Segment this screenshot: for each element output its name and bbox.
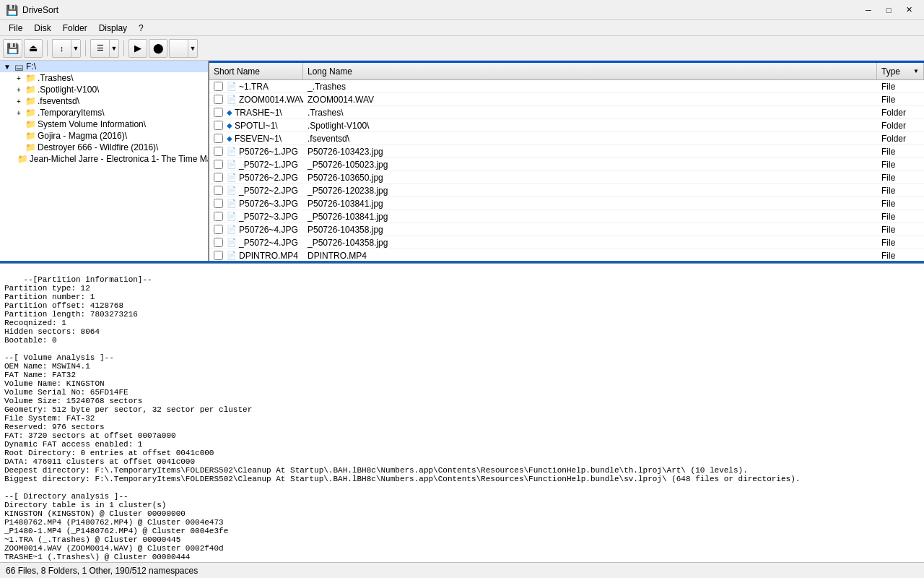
- toolbar-sep-1: [47, 40, 48, 56]
- tree-expand-tempitems[interactable]: +: [13, 109, 25, 117]
- file-checkbox[interactable]: [214, 251, 223, 260]
- type-text: File: [877, 173, 924, 183]
- table-row[interactable]: 📄_P5072~1.JPG_P50726-105023.jpgFile: [209, 158, 924, 171]
- menu-disk[interactable]: Disk: [28, 22, 56, 35]
- file-checkbox[interactable]: [214, 147, 223, 156]
- toolbar-run-more-arrow[interactable]: ▼: [188, 39, 198, 58]
- file-type-icon: 📄: [227, 95, 237, 104]
- tree-item-root[interactable]: ▼ 🖴 F:\: [0, 61, 208, 72]
- tree-expand-trashes[interactable]: +: [13, 74, 25, 82]
- tree-item-tempitems[interactable]: + 📁 .TemporaryItems\: [0, 107, 208, 118]
- tree-label-destroyer: Destroyer 666 - Wildfire (2016)\: [38, 142, 158, 152]
- menu-file[interactable]: File: [3, 22, 28, 35]
- short-name-text: FSEVEN~1\: [235, 134, 282, 144]
- file-checkbox[interactable]: [214, 160, 223, 169]
- file-checkbox[interactable]: [214, 134, 223, 143]
- table-row[interactable]: 📄_P5072~2.JPG_P50726-120238.jpgFile: [209, 184, 924, 197]
- console-text: --[Partition information]-- Partition ty…: [4, 275, 800, 562]
- long-name-text: _P50726-105023.jpg: [303, 160, 877, 170]
- close-button[interactable]: ✕: [899, 3, 918, 17]
- toolbar-sort-arrow[interactable]: ▼: [71, 39, 81, 58]
- menu-bar: File Disk Folder Display ?: [0, 20, 924, 36]
- maximize-button[interactable]: □: [879, 3, 898, 17]
- toolbar: 💾 ⏏ ↕ ▼ ☰ ▼ ▶ ⬤ ▼: [0, 36, 924, 61]
- file-checkbox[interactable]: [214, 186, 223, 195]
- table-row[interactable]: ◆SPOTLI~1\.Spotlight-V100\Folder: [209, 119, 924, 132]
- type-text: File: [877, 147, 924, 157]
- file-checkbox[interactable]: [214, 82, 223, 91]
- long-name-text: _P50726-104358.jpg: [303, 238, 877, 248]
- toolbar-view-btn[interactable]: ☰: [90, 39, 109, 58]
- short-name-text: _P5072~1.JPG: [239, 160, 298, 170]
- tree-expand-root[interactable]: ▼: [1, 63, 13, 71]
- file-type-icon: 📄: [227, 199, 237, 208]
- file-checkbox[interactable]: [214, 238, 223, 247]
- long-name-text: .fseventsd\: [303, 134, 877, 144]
- short-name-text: TRASHE~1\: [235, 108, 282, 118]
- table-row[interactable]: 📄_P5072~3.JPG_P50726-103841.jpgFile: [209, 210, 924, 223]
- tree-expand-spotlight[interactable]: +: [13, 86, 25, 94]
- toolbar-drive-btn[interactable]: 💾: [3, 39, 22, 58]
- table-row[interactable]: 📄DPINTRO.MP4DPINTRO.MP4File: [209, 249, 924, 261]
- tree-item-spotlight[interactable]: + 📁 .Spotlight-V100\: [0, 84, 208, 95]
- type-text: File: [877, 225, 924, 235]
- menu-help[interactable]: ?: [133, 22, 149, 35]
- tree-item-gojira[interactable]: + 📁 Gojira - Magma (2016)\: [0, 130, 208, 142]
- tree-label-fseventsd: .fseventsd\: [38, 96, 79, 106]
- tree-item-trashes[interactable]: + 📁 .Trashes\: [0, 72, 208, 84]
- tree-panel[interactable]: ▼ 🖴 F:\ + 📁 .Trashes\ + 📁 .Spotlight-V10…: [0, 61, 209, 261]
- file-checkbox[interactable]: [214, 173, 223, 182]
- menu-folder[interactable]: Folder: [57, 22, 93, 35]
- table-row[interactable]: 📄~1.TRA_.TrashesFile: [209, 80, 924, 93]
- folder-icon-destroyer: 📁: [25, 142, 36, 152]
- table-row[interactable]: 📄P50726~3.JPGP50726-103841.jpgFile: [209, 197, 924, 210]
- toolbar-run-more-btn[interactable]: [169, 39, 188, 58]
- column-headers: Short Name Long Name Type ▼: [209, 63, 924, 80]
- minimize-button[interactable]: ─: [859, 3, 878, 17]
- status-text: 66 Files, 8 Folders, 1 Other, 190/512 na…: [6, 566, 198, 576]
- tree-item-destroyer[interactable]: + 📁 Destroyer 666 - Wildfire (2016)\: [0, 142, 208, 153]
- menu-display[interactable]: Display: [93, 22, 133, 35]
- file-checkbox[interactable]: [214, 108, 223, 117]
- toolbar-run-btn[interactable]: ▶: [128, 39, 147, 58]
- table-row[interactable]: ◆TRASHE~1\.Trashes\Folder: [209, 106, 924, 119]
- file-checkbox[interactable]: [214, 199, 223, 208]
- col-header-long-name[interactable]: Long Name: [303, 63, 877, 79]
- file-checkbox[interactable]: [214, 95, 223, 104]
- main-content: ▼ 🖴 F:\ + 📁 .Trashes\ + 📁 .Spotlight-V10…: [0, 61, 924, 562]
- type-text: Folder: [877, 134, 924, 144]
- toolbar-view-arrow[interactable]: ▼: [109, 39, 119, 58]
- file-checkbox[interactable]: [214, 212, 223, 221]
- folder-icon-spotlight: 📁: [25, 85, 36, 95]
- type-text: File: [877, 95, 924, 105]
- long-name-text: P50726-103841.jpg: [303, 199, 877, 209]
- table-row[interactable]: 📄P50726~1.JPGP50726-103423.jpgFile: [209, 145, 924, 158]
- table-row[interactable]: 📄ZOOM0014.WAVZOOM0014.WAVFile: [209, 93, 924, 106]
- tree-label-spotlight: .Spotlight-V100\: [38, 85, 99, 95]
- type-text: Folder: [877, 108, 924, 118]
- toolbar-eject-btn[interactable]: ⏏: [24, 39, 43, 58]
- folder-icon-fseventsd: 📁: [25, 96, 36, 106]
- short-name-text: _P5072~2.JPG: [239, 186, 298, 196]
- tree-item-jmjarre[interactable]: + 📁 Jean-Michel Jarre - Electronica 1- T…: [0, 153, 208, 165]
- file-rows-container: 📄~1.TRA_.TrashesFile📄ZOOM0014.WAVZOOM001…: [209, 80, 924, 261]
- table-row[interactable]: 📄P50726~2.JPGP50726-103650.jpgFile: [209, 171, 924, 184]
- file-type-icon: 📄: [227, 238, 237, 247]
- toolbar-sort-btn[interactable]: ↕: [52, 39, 71, 58]
- tree-expand-fseventsd[interactable]: +: [13, 98, 25, 105]
- tree-item-fseventsd[interactable]: + 📁 .fseventsd\: [0, 95, 208, 107]
- file-checkbox[interactable]: [214, 225, 223, 234]
- table-row[interactable]: 📄P50726~4.JPGP50726-104358.jpgFile: [209, 223, 924, 236]
- file-type-icon: ◆: [227, 108, 232, 116]
- file-checkbox[interactable]: [214, 121, 223, 130]
- title-bar: 💾 DriveSort ─ □ ✕: [0, 0, 924, 20]
- window-controls: ─ □ ✕: [859, 3, 918, 17]
- console-pane[interactable]: --[Partition information]-- Partition ty…: [0, 263, 924, 562]
- file-type-icon: 📄: [227, 173, 237, 182]
- table-row[interactable]: ◆FSEVEN~1\.fseventsd\Folder: [209, 132, 924, 145]
- table-row[interactable]: 📄_P5072~4.JPG_P50726-104358.jpgFile: [209, 236, 924, 249]
- toolbar-stop-btn[interactable]: ⬤: [149, 39, 167, 58]
- tree-item-sysvolinfo[interactable]: + 📁 System Volume Information\: [0, 118, 208, 130]
- col-header-short-name[interactable]: Short Name: [209, 63, 303, 79]
- col-header-type[interactable]: Type ▼: [877, 63, 924, 79]
